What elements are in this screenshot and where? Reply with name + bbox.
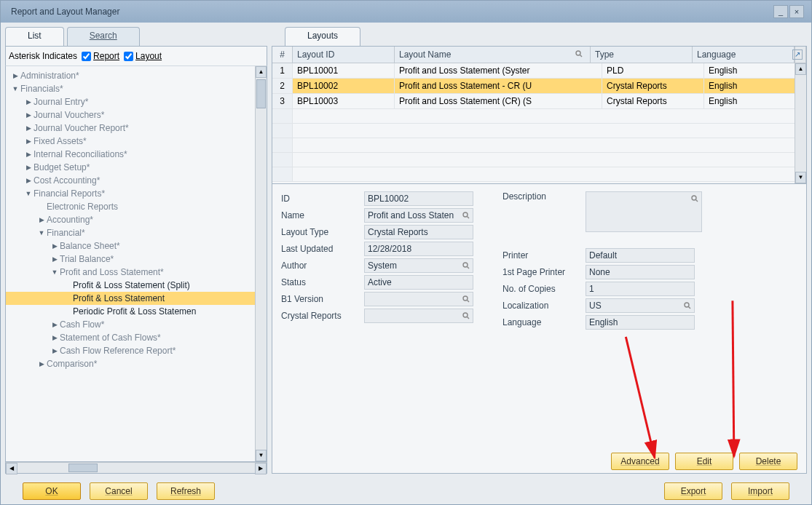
tree-item[interactable]: ▶Fixed Assets* (6, 135, 255, 148)
expand-icon[interactable]: ↗ (792, 49, 803, 60)
report-checkbox-label[interactable]: Report (82, 51, 119, 61)
window-title: Report and Layout Manager (8, 7, 772, 17)
vertical-scrollbar[interactable]: ▲ ▼ (255, 66, 267, 461)
report-checkbox[interactable] (82, 52, 91, 61)
lookup-icon[interactable] (682, 301, 693, 311)
import-button[interactable]: Import (731, 482, 789, 500)
lookup-icon[interactable] (690, 194, 700, 204)
author-field[interactable]: System (364, 258, 473, 273)
table-cell: 1 (272, 63, 293, 78)
hscroll-thumb[interactable] (68, 464, 98, 472)
scroll-right-icon[interactable]: ▶ (255, 463, 267, 474)
tab-layouts[interactable]: Layouts (285, 27, 360, 46)
tree-item-label: Journal Entry* (33, 97, 88, 107)
scroll-down-icon[interactable]: ▼ (256, 450, 267, 461)
tree[interactable]: ▶Administration*▼Financials*▶Journal Ent… (6, 66, 255, 461)
col-num[interactable]: # (272, 47, 293, 63)
tree-item[interactable]: ▼Financials* (6, 82, 255, 95)
lookup-icon[interactable] (461, 311, 471, 321)
localization-field[interactable]: US (586, 298, 695, 313)
scroll-left-icon[interactable]: ◀ (6, 463, 17, 474)
table-cell: 3 (272, 94, 293, 108)
lookup-icon[interactable] (461, 294, 471, 304)
cancel-button[interactable]: Cancel (90, 482, 148, 500)
tree-item[interactable]: ▼Profit and Loss Statement* (6, 266, 255, 279)
tree-item[interactable]: ▶Cost Accounting* (6, 174, 255, 187)
tree-item[interactable]: ▶Balance Sheet* (6, 239, 255, 252)
table-row[interactable]: 2BPL10002Profit and Loss Statement - CR … (272, 79, 806, 94)
printer-field[interactable]: Default (586, 248, 695, 263)
tree-item[interactable]: Electronic Reports (6, 200, 255, 213)
crystal-reports-field[interactable] (364, 309, 473, 323)
ok-button[interactable]: OK (23, 482, 81, 500)
tree-item[interactable]: ▶Internal Reconciliations* (6, 148, 255, 161)
left-pane: List Search Asterisk Indicates Report La… (5, 27, 267, 474)
tab-list[interactable]: List (5, 27, 64, 46)
tree-item[interactable]: ▶Accounting* (6, 213, 255, 226)
col-type[interactable]: Type (591, 47, 693, 63)
tree-item[interactable]: ▶Comparison* (6, 357, 255, 370)
layout-checkbox-label[interactable]: Layout (124, 51, 162, 61)
name-field[interactable]: Profit and Loss Staten (364, 208, 473, 223)
tree-item[interactable]: ▶Journal Voucher Report* (6, 122, 255, 135)
id-field[interactable]: BPL10002 (364, 191, 473, 206)
language-field[interactable]: English (586, 315, 695, 330)
table-row[interactable]: 1BPL10001Profit and Loss Statement (Syst… (272, 63, 806, 79)
tree-item[interactable]: ▶Statement of Cash Flows* (6, 331, 255, 344)
no-of-copies-label: No. of Copies (502, 284, 583, 294)
lookup-icon[interactable] (574, 49, 584, 59)
last-updated-field[interactable]: 12/28/2018 (364, 242, 473, 256)
refresh-button[interactable]: Refresh (157, 482, 215, 500)
close-button[interactable]: × (789, 5, 804, 18)
tree-item[interactable]: ▶Cash Flow* (6, 318, 255, 331)
window: Report and Layout Manager _ × List Searc… (0, 0, 812, 505)
tree-item[interactable]: ▶Budget Setup* (6, 161, 255, 174)
delete-button[interactable]: Delete (739, 453, 797, 470)
first-page-printer-field[interactable]: None (586, 265, 695, 279)
scroll-thumb[interactable] (256, 79, 266, 108)
tree-item-label: Journal Vouchers* (33, 110, 104, 120)
layout-type-field[interactable]: Crystal Reports (364, 225, 473, 239)
tree-item-label: Fixed Assets* (33, 136, 87, 146)
advanced-button[interactable]: Advanced (611, 453, 669, 470)
tree-item[interactable]: ▼Financial* (6, 226, 255, 239)
description-field[interactable] (586, 191, 702, 232)
tree-item[interactable]: Profit & Loss Statement (Split) (6, 279, 255, 292)
b1-version-field[interactable] (364, 292, 473, 306)
scroll-up-icon[interactable]: ▲ (256, 66, 267, 78)
export-button[interactable]: Export (664, 482, 722, 500)
col-language[interactable]: Language (693, 47, 795, 63)
svg-point-4 (463, 263, 468, 267)
tree-item-label: Comparison* (47, 359, 97, 369)
table-row-empty (272, 167, 806, 182)
lookup-icon[interactable] (461, 210, 471, 220)
no-of-copies-field[interactable]: 1 (586, 282, 695, 296)
tree-item[interactable]: ▶Trial Balance* (6, 252, 255, 266)
grid-scrollbar[interactable]: ▲ ▼ (795, 63, 806, 183)
tree-item[interactable]: ▼Financial Reports* (6, 187, 255, 200)
table-cell: Crystal Reports (602, 94, 704, 108)
lookup-icon[interactable] (461, 261, 471, 271)
tree-item-label: Administration* (20, 71, 79, 81)
edit-button[interactable]: Edit (675, 453, 733, 470)
tree-item[interactable]: ▶Journal Vouchers* (6, 108, 255, 122)
tab-search[interactable]: Search (67, 27, 140, 46)
tree-item[interactable]: ▶Journal Entry* (6, 95, 255, 108)
tree-item[interactable]: Profit & Loss Statement (6, 292, 255, 305)
tree-item[interactable]: Periodic Profit & Loss Statemen (6, 305, 255, 318)
grid-scroll-up-icon[interactable]: ▲ (795, 63, 806, 75)
col-layout-name[interactable]: Layout Name (395, 47, 591, 63)
tree-item[interactable]: ▶Administration* (6, 69, 255, 82)
table-row[interactable]: 3BPL10003Profit and Loss Statement (CR) … (272, 94, 806, 109)
titlebar: Report and Layout Manager _ × (1, 1, 811, 23)
grid-scroll-down-icon[interactable]: ▼ (795, 172, 806, 183)
name-label: Name (281, 210, 361, 220)
tree-item[interactable]: ▶Cash Flow Reference Report* (6, 344, 255, 357)
status-field[interactable]: Active (364, 275, 473, 290)
col-layout-id[interactable]: Layout ID (293, 47, 395, 63)
layout-checkbox[interactable] (124, 52, 133, 61)
minimize-button[interactable]: _ (773, 5, 788, 18)
horizontal-scrollbar[interactable]: ◀ ▶ (5, 462, 267, 474)
arrow-right-icon: ▶ (51, 334, 58, 341)
right-tabs: Layouts (285, 27, 807, 46)
